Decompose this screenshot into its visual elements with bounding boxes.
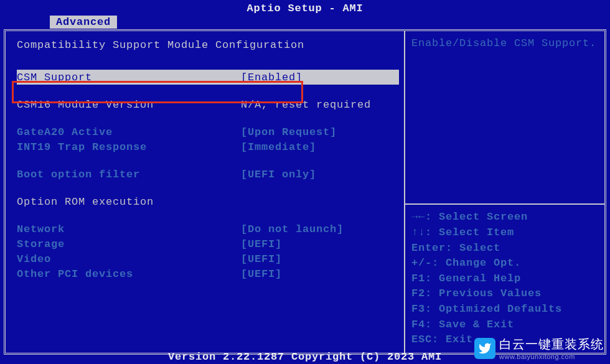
setting-label: Network <box>17 223 241 235</box>
setting-value: [Enabled] <box>241 72 399 83</box>
setting-label: CSM16 Module Version <box>17 99 241 111</box>
setting-network[interactable]: Network [Do not launch] <box>17 222 399 236</box>
setting-label: CSM Support <box>17 72 241 83</box>
watermark-text: 白云一键重装系统 <box>499 336 604 353</box>
setting-csm16-version: CSM16 Module Version N/A, reset required <box>17 97 399 112</box>
setting-int19[interactable]: INT19 Trap Response [Immediate] <box>17 139 399 154</box>
setting-boot-filter[interactable]: Boot option filter [UEFI only] <box>17 167 399 182</box>
watermark: 白云一键重装系统 www.baiyunxitong.com <box>474 336 604 360</box>
window-title: Aptio Setup - AMI <box>0 0 610 16</box>
setting-other-pci[interactable]: Other PCI devices [UEFI] <box>17 266 399 281</box>
settings-panel: Compatibility Support Module Configurati… <box>6 31 404 353</box>
setting-value: [Immediate] <box>241 141 399 153</box>
setting-value: [Upon Request] <box>241 126 399 138</box>
setting-value: [UEFI] <box>241 238 399 250</box>
bird-icon <box>474 338 495 359</box>
right-panel: Enable/Disable CSM Support. →←: Select S… <box>404 31 604 353</box>
setting-value: [UEFI only] <box>241 169 399 180</box>
key-hint: ↑↓: Select Item <box>411 225 598 241</box>
setting-value: [UEFI] <box>241 268 399 280</box>
setting-label: Other PCI devices <box>17 268 241 280</box>
section-header: Compatibility Support Module Configurati… <box>17 37 399 52</box>
section-subheader-text: Option ROM execution <box>17 196 154 208</box>
section-subheader-rom: Option ROM execution <box>17 194 399 209</box>
key-hint: F4: Save & Exit <box>411 317 598 333</box>
setting-label: Storage <box>17 238 241 250</box>
key-hint: F3: Optimized Defaults <box>411 302 598 317</box>
key-hint: Enter: Select <box>411 241 598 256</box>
setting-value: [UEFI] <box>241 253 399 265</box>
setting-value: [Do not launch] <box>241 223 399 235</box>
setting-label: Video <box>17 253 241 265</box>
setting-label: GateA20 Active <box>17 126 241 138</box>
setting-csm-support[interactable]: CSM Support [Enabled] <box>17 70 399 85</box>
setting-gatea20[interactable]: GateA20 Active [Upon Request] <box>17 124 399 139</box>
tab-row: Advanced <box>50 16 610 29</box>
section-header-text: Compatibility Support Module Configurati… <box>17 39 304 51</box>
setting-value: N/A, reset required <box>241 99 399 111</box>
watermark-url: www.baiyunxitong.com <box>499 353 604 360</box>
help-text-area: Enable/Disable CSM Support. <box>405 31 604 203</box>
main-frame: Compatibility Support Module Configurati… <box>4 29 606 355</box>
tab-advanced[interactable]: Advanced <box>50 16 117 29</box>
setting-label: INT19 Trap Response <box>17 141 241 153</box>
help-text: Enable/Disable CSM Support. <box>411 37 596 49</box>
key-legend: →←: Select Screen ↑↓: Select Item Enter:… <box>405 205 604 353</box>
key-hint: F1: General Help <box>411 271 598 287</box>
setting-storage[interactable]: Storage [UEFI] <box>17 236 399 251</box>
setting-label: Boot option filter <box>17 169 241 180</box>
key-hint: F2: Previous Values <box>411 286 598 302</box>
setting-video[interactable]: Video [UEFI] <box>17 251 399 266</box>
key-hint: +/-: Change Opt. <box>411 256 598 271</box>
key-hint: →←: Select Screen <box>411 210 598 225</box>
